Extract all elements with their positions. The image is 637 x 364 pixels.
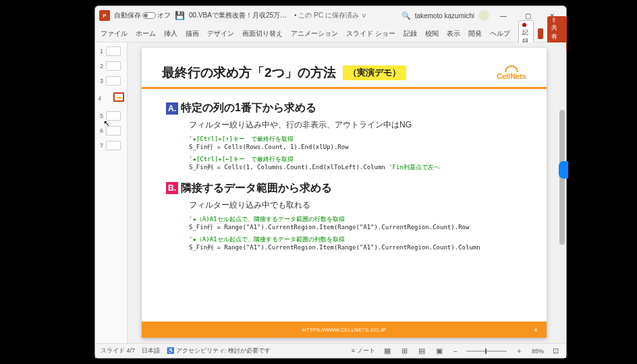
tab-developer[interactable]: 開発 [468,29,482,38]
status-bar: スライド 4/7 日本語 ♿ アクセシビリティ: 検討が必要です ≡ ノート ▦… [95,343,566,358]
code-b2: '★（A)A1セル起点で、隣接するデータ範囲の列数を取得 S_Fin列 = Ra… [189,235,526,251]
slide-header: 最終行の求め方「2つ」の方法 （実演デモ） CellNets [142,48,547,89]
accessibility-status[interactable]: ♿ アクセシビリティ: 検討が必要です [167,346,271,355]
section-b-title: 隣接するデータ範囲から求める [181,181,332,195]
app-icon: P [99,10,110,21]
vertical-scrollbar[interactable] [559,83,565,343]
tab-transitions[interactable]: 画面切り替え [242,29,283,38]
section-b-sub: フィルター絞り込み中でも取れる [189,200,526,211]
tab-review[interactable]: 校閲 [425,29,439,38]
badge-a: A. [166,102,178,115]
zoom-slider[interactable] [466,351,507,352]
side-panel-handle[interactable] [559,161,568,179]
slide-canvas-area[interactable]: 最終行の求め方「2つ」の方法 （実演デモ） CellNets A. 特定の列の1… [128,42,566,343]
thumb-3[interactable]: 3 [98,76,124,86]
workspace: 1 2 3 4 5 6 7 最終行の求め方「2つ」の方法 （実演デモ） Cell… [95,42,566,343]
thumbnail-pane[interactable]: 1 2 3 4 5 6 7 [95,42,128,343]
zoom-in-icon[interactable]: ＋ [514,346,525,356]
logo: CellNets [497,65,526,80]
slide-body: A. 特定の列の1番下から求める フィルター絞り込み中や、行の非表示、アウトライ… [142,89,547,322]
section-b-header: B. 隣接するデータ範囲から求める [166,181,526,195]
slide[interactable]: 最終行の求め方「2つ」の方法 （実演デモ） CellNets A. 特定の列の1… [142,48,547,338]
footer-url: HTTPS://WWW.CELLNETS.CO.JP [302,327,386,333]
user-name[interactable]: takemoto kazumichi [415,12,474,20]
save-icon[interactable]: 💾 [175,11,185,20]
view-slideshow-icon[interactable]: ▣ [434,346,445,355]
thumb-4[interactable]: 4 [98,91,124,106]
view-reading-icon[interactable]: ▤ [416,346,427,355]
code-a1: '★[Ctrl]+[↑]キー で最終行を取得 S_Fin行 = Cells(Ro… [189,135,526,151]
code-a2: '★[Ctrl]+[←]キー で最終行を取得 S_Fin列 = Cells(1,… [189,155,526,171]
slide-title: 最終行の求め方「2つ」の方法 [162,64,336,82]
notes-button[interactable]: ≡ ノート [352,346,375,355]
mic-icon[interactable] [538,28,543,39]
badge-b: B. [166,182,178,194]
tab-home[interactable]: ホーム [136,29,156,38]
tab-slideshow[interactable]: スライド ショー [346,29,395,38]
demo-tag: （実演デモ） [343,65,406,80]
autosave-label: 自動保存 [114,11,141,20]
view-normal-icon[interactable]: ▦ [382,346,393,355]
file-title[interactable]: 00.VBAで業務改善！月収25万への道 [Vol.… [189,11,290,20]
slide-counter[interactable]: スライド 4/7 [101,346,135,355]
toggle-switch[interactable] [142,12,156,19]
minimize-button[interactable]: — [493,8,514,23]
view-sorter-icon[interactable]: ⊞ [399,346,410,355]
slide-footer: HTTPS://WWW.CELLNETS.CO.JP 4 [142,322,547,338]
tab-animations[interactable]: アニメーション [291,29,338,38]
tab-view[interactable]: 表示 [447,29,460,38]
zoom-level[interactable]: 85% [532,348,544,355]
ribbon-tabs: ファイル ホーム 挿入 描画 デザイン 画面切り替え アニメーション スライド … [95,25,566,42]
thumb-5[interactable]: 5 [98,111,124,121]
tab-file[interactable]: ファイル [101,29,128,38]
fit-icon[interactable]: ⊡ [551,346,561,355]
powerpoint-window: P 自動保存 オフ 💾 00.VBAで業務改善！月収25万への道 [Vol.… … [94,5,567,359]
thumb-6[interactable]: 6 [98,126,124,135]
tab-design[interactable]: デザイン [207,29,234,38]
autosave-state: オフ [157,11,171,20]
language[interactable]: 日本語 [142,346,160,355]
avatar[interactable] [478,10,489,21]
tab-record[interactable]: 記録 [404,29,417,38]
thumb-7[interactable]: 7 [98,141,124,150]
section-a-title: 特定の列の1番下から求める [181,101,316,115]
titlebar: P 自動保存 オフ 💾 00.VBAで業務改善！月収25万への道 [Vol.… … [95,6,566,25]
autosave-toggle[interactable]: 自動保存 オフ [114,11,171,20]
section-a-header: A. 特定の列の1番下から求める [166,101,526,115]
zoom-out-icon[interactable]: − [451,347,460,355]
tab-insert[interactable]: 挿入 [164,29,177,38]
thumb-2[interactable]: 2 [98,61,124,71]
tab-help[interactable]: ヘルプ [490,29,510,38]
search-icon[interactable]: 🔍 [401,11,411,20]
page-number: 4 [534,327,537,333]
saved-location[interactable]: • この PC に保存済み ∨ [294,11,366,20]
thumb-1[interactable]: 1 [98,47,124,56]
section-a-sub: フィルター絞り込み中や、行の非表示、アウトライン中はNG [189,119,526,131]
tab-draw[interactable]: 描画 [186,29,199,38]
code-b1: '★（A)A1セル起点で、隣接するデータ範囲の行数を取得 S_Fin行 = Ra… [189,215,526,231]
